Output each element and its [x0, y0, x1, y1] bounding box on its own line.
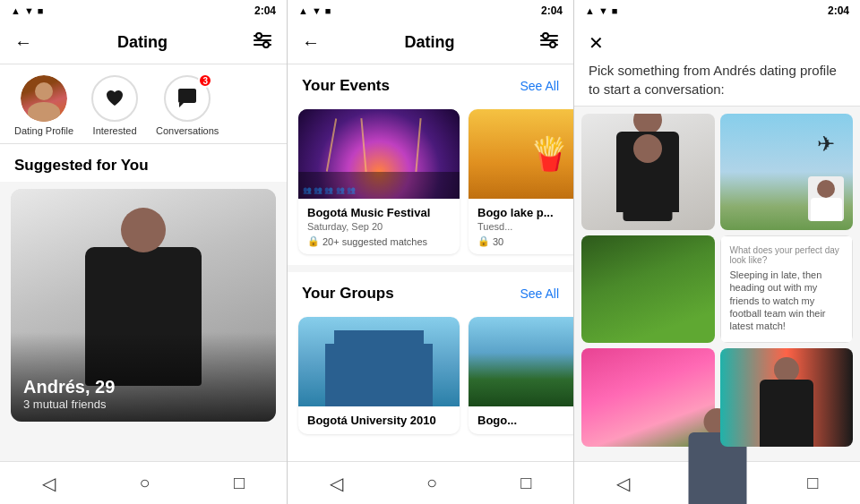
man-seated-photo — [581, 114, 715, 230]
phone3-header: ✕ Pick something from Andrés dating prof… — [574, 21, 860, 107]
recents-nav-btn-2[interactable]: □ — [499, 466, 553, 500]
event-name-2: Bogo lake p... — [477, 206, 573, 219]
grid-item-man-art[interactable] — [720, 348, 854, 447]
svg-point-8 — [543, 33, 548, 38]
svg-point-9 — [550, 42, 555, 47]
back-button[interactable]: ← — [14, 32, 32, 53]
wifi-icon-3: ▼ — [598, 5, 608, 16]
groups-section-header: Your Groups See All — [288, 272, 573, 310]
section-divider — [288, 265, 573, 272]
filter-icon[interactable] — [253, 32, 272, 53]
top-nav-2: ← Dating — [288, 21, 573, 64]
question-label: What does your perfect day look like? — [730, 245, 844, 265]
svg-point-3 — [256, 33, 262, 38]
building-shape — [325, 344, 433, 406]
battery-icon: ■ — [38, 5, 44, 16]
event-date-1: Saturday, Sep 20 — [307, 221, 451, 232]
dating-profile-label: Dating Profile — [14, 125, 73, 136]
signal-icon-3: ▲ — [585, 5, 595, 16]
question-card: What does your perfect day look like? Sl… — [720, 235, 854, 343]
events-see-all[interactable]: See All — [520, 79, 559, 93]
bottom-nav-1: ◁ ○ □ — [0, 461, 287, 504]
phone-3: ▲ ▼ ■ 2:04 ✕ Pick something from Andrés … — [573, 0, 860, 504]
plants-photo — [581, 235, 715, 343]
time-display-3: 2:04 — [828, 4, 849, 17]
group-card-2[interactable]: Bogo... — [469, 317, 573, 434]
back-button-2[interactable]: ← — [302, 32, 320, 53]
grid-item-plants[interactable] — [581, 235, 715, 343]
close-button[interactable]: ✕ — [589, 32, 846, 54]
group-image-bogo — [469, 317, 573, 406]
chat-icon — [175, 86, 200, 111]
back-nav-btn-3[interactable]: ◁ — [595, 466, 651, 501]
group-name-1: Bogotá University 2010 — [307, 414, 451, 427]
grid-item-drone[interactable] — [720, 114, 854, 230]
time-display-2: 2:04 — [541, 4, 563, 17]
interested-icon-circle — [91, 75, 138, 122]
status-bar-1: ▲ ▼ ■ 2:04 — [0, 0, 287, 21]
man-art-photo — [720, 348, 854, 447]
home-nav-btn-2[interactable]: ○ — [405, 466, 459, 500]
group-name-2: Bogo... — [477, 414, 573, 427]
event-card-1[interactable]: Bogotá Music Festival Saturday, Sep 20 🔒… — [298, 109, 460, 254]
events-list: Bogotá Music Festival Saturday, Sep 20 🔒… — [288, 102, 573, 265]
event-card-2[interactable]: 🍟 Bogo lake p... Tuesd... 🔒 30 — [469, 109, 573, 254]
phone-1: ▲ ▼ ■ 2:04 ← Dating Dating Profile — [0, 0, 287, 504]
quick-nav: Dating Profile Interested 3 Conversation… — [0, 64, 287, 144]
mutual-friends: 3 mutual friends — [23, 397, 263, 411]
wifi-icon: ▼ — [24, 5, 34, 16]
person-name: Andrés, 29 — [23, 377, 263, 397]
status-bar-3: ▲ ▼ ■ 2:04 — [574, 0, 860, 21]
phone1-content: Suggested for You Andrés, 29 3 mutual fr… — [0, 144, 287, 461]
group-image-uni — [298, 317, 460, 406]
conversations-icon-circle: 3 — [164, 75, 211, 122]
page-title-1: Dating — [32, 33, 253, 52]
page-title-2: Dating — [320, 33, 539, 52]
groups-see-all[interactable]: See All — [520, 286, 559, 301]
event-matches-2: 🔒 30 — [477, 235, 573, 247]
prompt-text: Pick something from Andrés dating profil… — [589, 61, 846, 98]
groups-list: Bogotá University 2010 Bogo... — [288, 310, 573, 445]
wifi-icon-2: ▼ — [312, 5, 322, 16]
phone-2: ▲ ▼ ■ 2:04 ← Dating Your Events See All — [287, 0, 573, 504]
grid-item-question[interactable]: What does your perfect day look like? Sl… — [720, 235, 854, 343]
top-nav-1: ← Dating — [0, 21, 287, 64]
phone2-content: Your Events See All Bogotá Music Festiva… — [288, 64, 573, 461]
bottom-nav-2: ◁ ○ □ — [288, 461, 573, 504]
back-nav-btn[interactable]: ◁ — [21, 466, 77, 501]
profile-icon-circle — [21, 75, 67, 122]
signal-icon: ▲ — [11, 5, 21, 16]
recents-nav-btn-3[interactable]: □ — [786, 466, 839, 500]
lock-icon-2: 🔒 — [477, 235, 490, 247]
nav-conversations[interactable]: 3 Conversations — [156, 75, 219, 136]
battery-icon-3: ■ — [612, 5, 618, 16]
interested-label: Interested — [93, 125, 137, 136]
filter-icon-2[interactable] — [539, 32, 559, 53]
events-title: Your Events — [302, 77, 390, 95]
group-card-1[interactable]: Bogotá University 2010 — [298, 317, 460, 434]
event-image-concert — [298, 109, 460, 199]
groups-title: Your Groups — [302, 285, 394, 303]
nav-dating-profile[interactable]: Dating Profile — [14, 75, 73, 136]
home-nav-btn[interactable]: ○ — [117, 466, 171, 500]
photo-grid-container: What does your perfect day look like? Sl… — [574, 107, 860, 461]
event-details-1: Bogotá Music Festival Saturday, Sep 20 🔒… — [298, 199, 460, 254]
drone-photo — [720, 114, 854, 230]
suggested-card[interactable]: Andrés, 29 3 mutual friends — [11, 189, 276, 422]
back-nav-btn-2[interactable]: ◁ — [308, 466, 365, 501]
conversations-label: Conversations — [156, 125, 219, 136]
event-matches-1: 🔒 20+ suggested matches — [307, 235, 451, 247]
profile-avatar — [21, 75, 67, 122]
grid-item-man-seated[interactable] — [581, 114, 715, 230]
lock-icon-1: 🔒 — [307, 235, 320, 247]
event-image-fries: 🍟 — [469, 109, 573, 199]
nav-interested[interactable]: Interested — [91, 75, 138, 136]
battery-icon-2: ■ — [325, 5, 331, 16]
group-details-1: Bogotá University 2010 — [298, 406, 460, 434]
photo-grid: What does your perfect day look like? Sl… — [581, 114, 853, 447]
event-date-2: Tuesd... — [477, 221, 573, 232]
events-section-header: Your Events See All — [288, 64, 573, 102]
suggested-section-header: Suggested for You — [0, 144, 287, 182]
answer-text: Sleeping in late, then heading out with … — [730, 269, 844, 332]
recents-nav-btn[interactable]: □ — [212, 466, 266, 500]
